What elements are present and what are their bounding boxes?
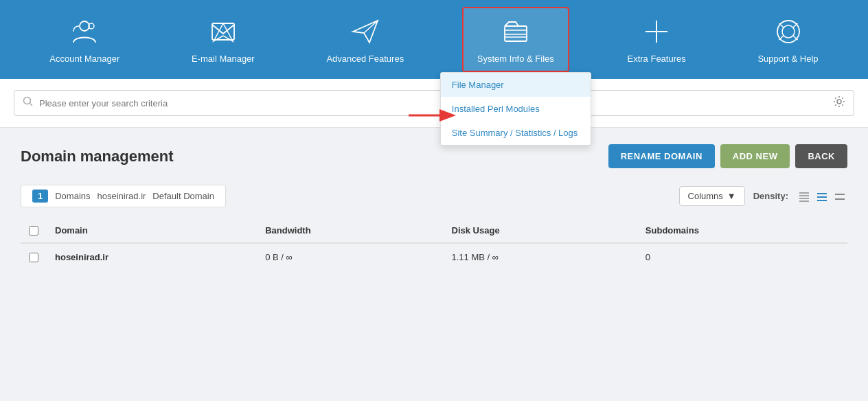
dm-action-buttons: RENAME DOMAIN ADD NEW BACK — [608, 144, 847, 168]
svg-rect-4 — [505, 26, 527, 41]
select-all-checkbox[interactable] — [29, 226, 38, 236]
rename-domain-button[interactable]: RENAME DOMAIN — [608, 144, 715, 168]
svg-point-0 — [80, 21, 89, 31]
filter-count-badge: 1 — [32, 190, 48, 203]
main-header: Account Manager E-mail Manager Advanced … — [0, 0, 868, 79]
system-info-icon — [499, 15, 532, 48]
account-manager-icon — [68, 15, 101, 48]
search-magnifier-icon — [23, 96, 34, 110]
density-normal-icon[interactable] — [814, 189, 830, 204]
search-input-container — [14, 90, 854, 116]
support-help-icon — [772, 15, 805, 48]
svg-point-11 — [782, 25, 795, 38]
nav-extra-features-label: Extra Features — [627, 54, 685, 64]
add-new-button[interactable]: ADD NEW — [720, 144, 790, 168]
row-checkbox[interactable] — [29, 253, 38, 262]
filter-right-controls: Columns ▼ Density: — [679, 186, 847, 206]
nav-support-help-label: Support & Help — [757, 54, 818, 64]
domain-management-title: Domain management — [21, 148, 174, 165]
filter-label: Domains — [55, 191, 90, 201]
extra-features-icon — [640, 15, 673, 48]
columns-label: Columns — [688, 191, 723, 201]
dropdown-site-summary[interactable]: Site Summary / Statistics / Logs — [441, 121, 591, 145]
filter-domain: hoseinirad.ir — [98, 191, 146, 201]
th-subdomains: Subdomains — [637, 218, 847, 243]
th-domain: Domain — [47, 218, 257, 243]
nav-support-help[interactable]: Support & Help — [744, 8, 832, 71]
search-settings-icon[interactable] — [833, 95, 845, 111]
nav-advanced-features[interactable]: Advanced Features — [312, 8, 418, 71]
density-comfortable-icon[interactable] — [832, 189, 847, 204]
nav-system-info-container: System Info & Files File Manager Install… — [462, 7, 569, 72]
advanced-features-icon — [349, 15, 382, 48]
dropdown-file-manager[interactable]: File Manager — [441, 73, 591, 97]
domain-name: hoseinirad.ir — [55, 252, 108, 262]
table-row: hoseinirad.ir 0 B / ∞ 1.11 MB / ∞ 0 — [21, 243, 847, 271]
density-compact-icon[interactable] — [797, 189, 812, 204]
nav-system-info-files[interactable]: System Info & Files — [462, 7, 569, 72]
nav-email-manager[interactable]: E-mail Manager — [178, 8, 269, 71]
dm-header: Domain management RENAME DOMAIN ADD NEW … — [21, 144, 847, 168]
table-header-row: Domain Bandwidth Disk Usage Subdomains — [21, 218, 847, 243]
td-subdomains: 0 — [637, 243, 847, 271]
back-button[interactable]: BACK — [795, 144, 847, 168]
filter-row: 1 Domains hoseinirad.ir Default Domain C… — [21, 185, 847, 207]
columns-chevron-icon: ▼ — [727, 191, 736, 201]
filter-info: 1 Domains hoseinirad.ir Default Domain — [21, 185, 226, 207]
nav-system-info-label: System Info & Files — [477, 54, 554, 64]
system-info-dropdown: File Manager Installed Perl Modules Site… — [440, 72, 591, 146]
nav-account-manager[interactable]: Account Manager — [36, 8, 133, 71]
domains-table: Domain Bandwidth Disk Usage Subdomains h… — [21, 218, 847, 271]
td-checkbox — [21, 243, 47, 271]
nav-email-manager-label: E-mail Manager — [192, 54, 255, 64]
filter-default: Default Domain — [152, 191, 214, 201]
td-bandwidth: 0 B / ∞ — [257, 243, 443, 271]
svg-point-10 — [777, 21, 799, 43]
columns-dropdown-button[interactable]: Columns ▼ — [679, 186, 745, 206]
dropdown-perl-modules[interactable]: Installed Perl Modules — [441, 97, 591, 121]
search-bar-section — [0, 79, 868, 128]
nav-advanced-features-label: Advanced Features — [326, 54, 404, 64]
td-disk-usage: 1.11 MB / ∞ — [444, 243, 637, 271]
nav-extra-features[interactable]: Extra Features — [613, 8, 699, 71]
domain-management-section: Domain management RENAME DOMAIN ADD NEW … — [0, 128, 868, 288]
email-manager-icon — [207, 15, 240, 48]
th-disk-usage: Disk Usage — [444, 218, 637, 243]
svg-line-19 — [30, 104, 33, 106]
nav-account-manager-label: Account Manager — [49, 54, 119, 64]
density-label: Density: — [753, 191, 788, 201]
td-domain: hoseinirad.ir — [47, 243, 257, 271]
th-checkbox — [21, 218, 47, 243]
th-bandwidth: Bandwidth — [257, 218, 443, 243]
svg-point-20 — [837, 100, 841, 104]
density-options — [797, 189, 847, 204]
svg-point-18 — [24, 98, 31, 104]
